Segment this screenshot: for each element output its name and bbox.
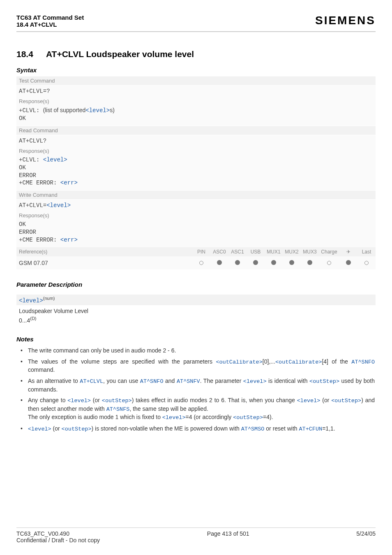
- dot-filled-icon: [346, 260, 351, 265]
- col-last: Last: [357, 249, 376, 255]
- note-text: (or: [320, 397, 331, 403]
- note-text: or reset with: [264, 425, 299, 432]
- level-param-link[interactable]: <level>: [43, 157, 67, 163]
- reference-value: GSM 07.07: [16, 258, 192, 268]
- read-command: AT+CLVL?: [16, 135, 376, 147]
- level-param-link[interactable]: <level>: [162, 415, 186, 421]
- outstep-link[interactable]: <outStep>: [309, 378, 339, 385]
- note-text: , you can use: [103, 378, 140, 384]
- doc-title: TC63 AT Command Set: [16, 14, 84, 21]
- section-number: 18.4: [16, 49, 46, 59]
- read-cme-prefix: +CME ERROR:: [19, 180, 60, 186]
- dot-empty-icon: [364, 261, 369, 265]
- col-charge: Charge: [319, 249, 339, 255]
- write-cme-prefix: +CME ERROR:: [19, 237, 60, 243]
- outstep-link[interactable]: <outStep>: [62, 426, 92, 432]
- param-range-value: 0...4: [19, 317, 30, 323]
- col-airplane-icon: ✈: [339, 249, 357, 255]
- note-item: As an alternative to AT+CLVL, you can us…: [17, 375, 375, 395]
- at-snfo-link[interactable]: AT^SNFO: [351, 359, 375, 365]
- test-command: AT+CLVL=?: [16, 85, 376, 97]
- write-command-label: Write Command: [16, 190, 376, 200]
- level-param-link[interactable]: <level>: [46, 202, 71, 209]
- note-text: , the same step will be applied.: [129, 405, 208, 412]
- footer-page-number: Page 413 of 501: [100, 530, 356, 543]
- ref-dot: [357, 260, 376, 266]
- read-response-label: Response(s): [16, 147, 376, 155]
- at-snfv-link[interactable]: AT^SNFV: [177, 378, 200, 385]
- col-asc0: ASC0: [210, 249, 228, 255]
- outcalibrate-link[interactable]: <outCalibrate>: [275, 359, 322, 365]
- param-desc-heading: Parameter Description: [16, 281, 376, 288]
- section-heading: 18.4AT+CLVL Loudspeaker volume level: [16, 49, 376, 59]
- col-mux2: MUX2: [283, 249, 301, 255]
- dot-filled-icon: [217, 260, 222, 265]
- level-param-link[interactable]: <level>: [85, 107, 110, 114]
- level-param-link[interactable]: <level>: [243, 378, 267, 385]
- col-pin: PIN: [192, 249, 210, 255]
- notes-heading: Notes: [16, 336, 376, 343]
- ref-dot: [247, 260, 265, 266]
- at-clvl-link[interactable]: AT+CLVL: [80, 378, 103, 385]
- note-text: ) is stored non-volatile when the ME is …: [92, 425, 241, 432]
- at-snfs-link[interactable]: AT^SNFS: [106, 406, 130, 412]
- syntax-heading: Syntax: [16, 67, 376, 74]
- write-ok: OK: [19, 221, 26, 228]
- doc-subtitle: 18.4 AT+CLVL: [16, 21, 84, 28]
- brand-logo: SIEMENS: [315, 14, 376, 27]
- note-text: . The parameter: [200, 378, 243, 384]
- level-param-link[interactable]: <level>: [67, 398, 91, 404]
- err-param-link[interactable]: <err>: [60, 180, 78, 186]
- param-range-sup: (D): [30, 316, 36, 321]
- note-text: [4] of the: [322, 358, 351, 365]
- dot-empty-icon: [199, 261, 203, 265]
- test-response-body: +CLVL: (list of supported<level>s) OK: [16, 106, 376, 126]
- read-error: ERROR: [19, 172, 36, 179]
- at-smso-link[interactable]: AT^SMSO: [241, 426, 265, 432]
- read-command-label: Read Command: [16, 126, 376, 135]
- ref-dot: [265, 260, 283, 266]
- page-footer: TC63_ATC_V00.490 Confidential / Draft - …: [16, 527, 376, 543]
- level-param-link[interactable]: <level>: [297, 398, 321, 404]
- note-text: [0],...: [263, 358, 275, 365]
- section-title: AT+CLVL Loudspeaker volume level: [46, 49, 194, 59]
- test-resp-prefix: +CLVL:: [19, 107, 43, 114]
- note-item: <level> (or <outStep>) is stored non-vol…: [17, 423, 375, 435]
- outstep-link[interactable]: <outStep>: [102, 398, 132, 404]
- read-resp-prefix: +CLVL:: [19, 157, 43, 163]
- note-text: ) takes effect in audio modes 2 to 6. Th…: [132, 397, 297, 403]
- ref-dot: [228, 260, 247, 266]
- outstep-link[interactable]: <outStep>: [331, 398, 361, 404]
- write-command: AT+CLVL=<level>: [16, 200, 376, 211]
- dot-filled-icon: [235, 260, 240, 265]
- note-item: The values of the volume steps are speci…: [17, 356, 375, 375]
- note-item: The write command can only be used in au…: [17, 345, 375, 356]
- footer-version: TC63_ATC_V00.490: [16, 530, 100, 537]
- read-ok: OK: [19, 164, 26, 171]
- col-asc1: ASC1: [228, 249, 247, 255]
- level-param-link[interactable]: <level>: [28, 426, 51, 432]
- note-text: =1,1.: [322, 425, 335, 432]
- level-param-link[interactable]: <level>: [19, 297, 43, 304]
- note-text: The only exception is audio mode 1 which…: [28, 414, 162, 420]
- at-cfun-link[interactable]: AT+CFUN: [299, 426, 322, 432]
- test-resp-text-before: (list of supported: [43, 107, 86, 113]
- outstep-link[interactable]: <outStep>: [233, 415, 263, 421]
- at-snfo-link[interactable]: AT^SNFO: [140, 378, 164, 385]
- dot-filled-icon: [307, 260, 312, 265]
- note-text: is identical with: [267, 378, 310, 384]
- write-error: ERROR: [19, 229, 36, 235]
- outcalibrate-link[interactable]: <outCalibrate>: [216, 359, 262, 365]
- header-divider: [16, 31, 376, 32]
- param-sup: (num): [43, 296, 55, 301]
- note-text: The values of the volume steps are speci…: [28, 358, 216, 365]
- read-response-body: +CLVL: <level> OK ERROR +CME ERROR: <err…: [16, 155, 376, 191]
- test-resp-text-after: s): [110, 107, 115, 113]
- dot-empty-icon: [327, 261, 331, 265]
- dot-filled-icon: [271, 260, 276, 265]
- ref-dot: [192, 260, 210, 266]
- err-param-link[interactable]: <err>: [60, 237, 78, 243]
- col-usb: USB: [247, 249, 265, 255]
- reference-header-row: Reference(s) PIN ASC0 ASC1 USB MUX1 MUX2…: [16, 247, 376, 256]
- footer-date: 5/24/05: [356, 530, 376, 543]
